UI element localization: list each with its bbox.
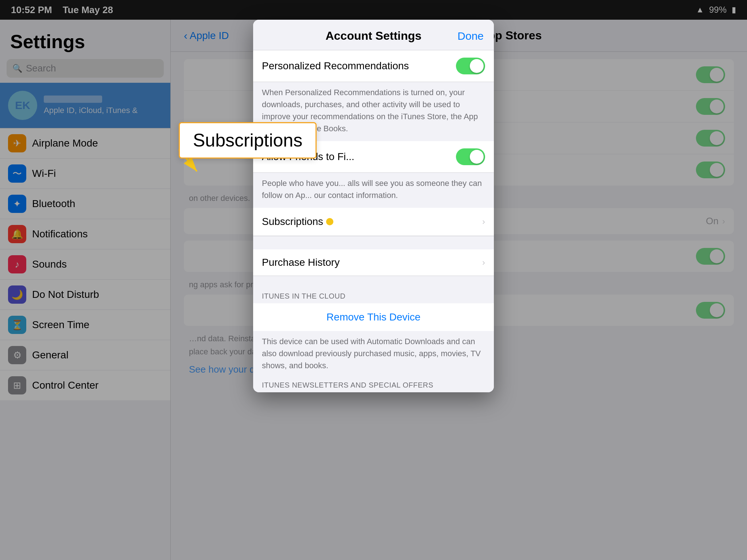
remove-device-row[interactable]: Remove This Device [253,303,494,331]
perso-rec-toggle[interactable] [456,58,485,74]
account-settings-modal: Account Settings Done Personalized Recom… [253,20,494,392]
allow-friends-toggle[interactable] [456,148,485,165]
subscriptions-callout: Subscriptions [179,122,317,159]
purchase-history-label: Purchase History [262,257,482,268]
subscriptions-label-wrap: Subscriptions [262,216,333,228]
itunes-newsletters-label: ITUNES NEWSLETTERS AND SPECIAL OFFERS [253,378,494,392]
modal-done-button[interactable]: Done [457,30,484,42]
perso-rec-label: Personalized Recommendations [262,60,456,72]
subscriptions-chevron-icon: › [482,217,485,227]
remove-device-link[interactable]: Remove This Device [326,311,421,323]
purchase-history-chevron-icon: › [482,257,485,268]
subscriptions-row[interactable]: Subscriptions › [253,208,494,236]
subscriptions-label: Subscriptions [262,216,323,228]
itunes-cloud-label: ITUNES IN THE CLOUD [253,289,494,303]
callout-label: Subscriptions [193,130,302,151]
modal-separator-1 [253,236,494,249]
purchase-history-row[interactable]: Purchase History › [253,249,494,276]
modal-separator-2 [253,276,494,289]
allow-friends-description: People who have you... alls will see you… [253,173,494,208]
yellow-dot-indicator [326,218,333,225]
remove-device-description: This device can be used with Automatic D… [253,331,494,378]
modal-section-subscriptions: Subscriptions › [253,208,494,236]
modal-row-perso-rec: Personalized Recommendations [253,50,494,82]
modal-section-perso-rec: Personalized Recommendations [253,50,494,82]
modal-title: Account Settings [325,29,421,43]
modal-section-purchase-history: Purchase History › [253,249,494,276]
modal-header: Account Settings Done [253,20,494,50]
